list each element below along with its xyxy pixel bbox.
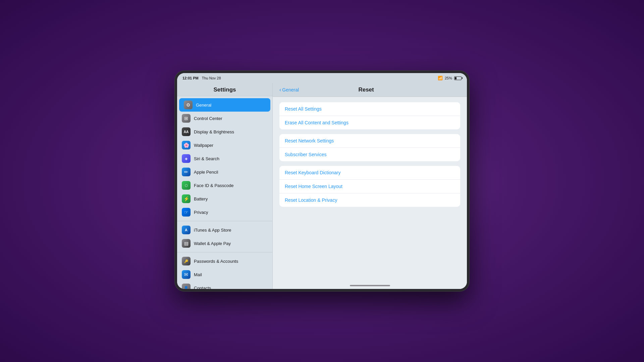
reset-group-1: Reset All Settings Erase All Content and… — [279, 102, 460, 129]
sidebar-label-passwords: Passwords & Accounts — [194, 259, 238, 264]
sidebar-item-appstore[interactable]: A iTunes & App Store — [177, 223, 272, 237]
battery-icon — [454, 76, 462, 80]
erase-all-content[interactable]: Erase All Content and Settings — [279, 116, 460, 129]
contacts-icon: 👤 — [182, 284, 191, 289]
sidebar-item-display[interactable]: AA Display & Brightness — [177, 125, 272, 138]
reset-group-2: Reset Network Settings Subscriber Servic… — [279, 134, 460, 161]
back-label: General — [282, 87, 299, 93]
tablet-device: 12:01 PM Thu Nov 28 📶 25% Settings ⚙ — [174, 70, 470, 292]
sidebar-section-3: 🔑 Passwords & Accounts ✉ Mail 👤 Contacts… — [177, 252, 272, 289]
reset-group-3: Reset Keyboard Dictionary Reset Home Scr… — [279, 166, 460, 207]
sidebar-label-contacts: Contacts — [194, 286, 211, 289]
privacy-icon: ☞ — [182, 208, 191, 217]
sidebar-item-battery[interactable]: ⚡ Battery — [177, 192, 272, 205]
reset-keyboard-dictionary[interactable]: Reset Keyboard Dictionary — [279, 166, 460, 180]
pencil-icon: ✏ — [182, 168, 191, 176]
sidebar-label-battery: Battery — [194, 196, 208, 201]
sidebar-label-appstore: iTunes & App Store — [194, 228, 231, 233]
sidebar-item-wallpaper[interactable]: 🌸 Wallpaper — [177, 138, 272, 152]
right-panel-title: Reset — [299, 86, 433, 93]
subscriber-services[interactable]: Subscriber Services — [279, 148, 460, 161]
sidebar-label-privacy: Privacy — [194, 210, 208, 215]
status-date: Thu Nov 28 — [202, 76, 221, 80]
appstore-icon: A — [182, 226, 191, 234]
battery-percent: 25% — [445, 76, 452, 80]
wallet-icon: ▤ — [182, 239, 191, 248]
wifi-icon: 📶 — [438, 76, 443, 80]
sidebar-section-1: ⚙ General ⊞ Control Center AA Display & … — [177, 96, 272, 221]
sidebar: Settings ⚙ General ⊞ Control Center AA D… — [177, 83, 273, 289]
sidebar-label-display: Display & Brightness — [194, 129, 234, 134]
sidebar-label-wallpaper: Wallpaper — [194, 143, 213, 148]
sidebar-title: Settings — [177, 83, 272, 96]
siri-icon: ◈ — [182, 154, 191, 163]
sidebar-label-wallet: Wallet & Apple Pay — [194, 241, 231, 246]
sidebar-item-mail[interactable]: ✉ Mail — [177, 268, 272, 281]
control-center-icon: ⊞ — [182, 114, 191, 123]
right-header: ‹ General Reset — [273, 83, 467, 97]
sidebar-item-wallet[interactable]: ▤ Wallet & Apple Pay — [177, 237, 272, 250]
back-chevron-icon: ‹ — [279, 87, 281, 93]
sidebar-item-general[interactable]: ⚙ General — [179, 98, 270, 112]
back-button[interactable]: ‹ General — [279, 87, 299, 93]
sidebar-label-general: General — [196, 103, 211, 108]
reset-content: Reset All Settings Erase All Content and… — [273, 97, 467, 212]
sidebar-section-2: A iTunes & App Store ▤ Wallet & Apple Pa… — [177, 221, 272, 252]
display-icon: AA — [182, 127, 191, 136]
sidebar-label-siri: Siri & Search — [194, 156, 219, 161]
reset-network-settings[interactable]: Reset Network Settings — [279, 134, 460, 148]
faceid-icon: ⬡ — [182, 181, 191, 190]
home-indicator — [273, 282, 467, 289]
tablet-screen: 12:01 PM Thu Nov 28 📶 25% Settings ⚙ — [177, 73, 467, 289]
sidebar-item-faceid[interactable]: ⬡ Face ID & Passcode — [177, 179, 272, 192]
sidebar-item-privacy[interactable]: ☞ Privacy — [177, 205, 272, 219]
reset-all-settings[interactable]: Reset All Settings — [279, 102, 460, 116]
sidebar-item-siri[interactable]: ◈ Siri & Search — [177, 152, 272, 165]
sidebar-label-pencil: Apple Pencil — [194, 170, 218, 175]
sidebar-label-control-center: Control Center — [194, 116, 222, 121]
sidebar-item-control-center[interactable]: ⊞ Control Center — [177, 112, 272, 125]
status-time: 12:01 PM — [182, 76, 199, 80]
home-bar — [350, 285, 390, 286]
mail-icon: ✉ — [182, 270, 191, 279]
sidebar-label-mail: Mail — [194, 272, 202, 277]
sidebar-label-faceid: Face ID & Passcode — [194, 183, 234, 188]
reset-location-privacy[interactable]: Reset Location & Privacy — [279, 193, 460, 207]
passwords-icon: 🔑 — [182, 257, 191, 265]
sidebar-item-passwords[interactable]: 🔑 Passwords & Accounts — [177, 254, 272, 268]
status-bar: 12:01 PM Thu Nov 28 📶 25% — [177, 73, 467, 83]
sidebar-item-contacts[interactable]: 👤 Contacts — [177, 281, 272, 289]
reset-home-screen-layout[interactable]: Reset Home Screen Layout — [279, 180, 460, 193]
general-icon: ⚙ — [184, 101, 193, 109]
main-content: Settings ⚙ General ⊞ Control Center AA D… — [177, 83, 467, 289]
wallpaper-icon: 🌸 — [182, 141, 191, 149]
sidebar-item-pencil[interactable]: ✏ Apple Pencil — [177, 165, 272, 179]
right-panel: ‹ General Reset Reset All Settings Erase… — [273, 83, 467, 289]
battery-setting-icon: ⚡ — [182, 194, 191, 203]
